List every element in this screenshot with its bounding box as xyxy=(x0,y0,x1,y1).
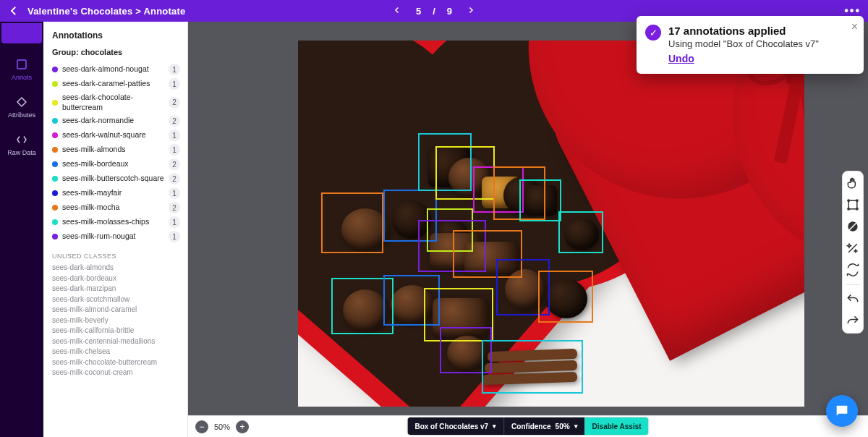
class-count: 1 xyxy=(169,144,180,156)
class-color-dot xyxy=(52,81,58,87)
class-row[interactable]: sees-milk-butterscotch-square 2 xyxy=(52,171,180,186)
unused-class[interactable]: sees-dark-bordeaux xyxy=(52,273,180,284)
group-label: Group: chocolates xyxy=(52,48,180,56)
class-name: sees-milk-bordeaux xyxy=(62,159,164,169)
class-row[interactable]: sees-dark-chocolate-buttercream 2 xyxy=(52,91,180,114)
zoom-in-button[interactable]: + xyxy=(236,420,249,433)
class-name: sees-dark-almond-nougat xyxy=(62,64,164,75)
zoom-controls: − 50% + xyxy=(195,420,249,433)
unused-class[interactable]: sees-milk-coconut-cream xyxy=(52,368,180,378)
class-count: 1 xyxy=(169,216,180,228)
canvas[interactable]: − 50% + Box of Chocolates v7 ▾ Confidenc… xyxy=(188,22,868,437)
class-row[interactable]: sees-milk-bordeaux 2 xyxy=(52,157,180,171)
tool-palette xyxy=(842,171,864,334)
magic-wand-tool[interactable] xyxy=(846,241,860,255)
rail-label: Raw Data xyxy=(7,149,36,156)
svg-rect-1 xyxy=(848,200,857,209)
class-color-dot xyxy=(52,190,58,196)
back-button[interactable] xyxy=(7,4,20,17)
toast-close-button[interactable]: × xyxy=(851,20,858,33)
class-color-dot xyxy=(52,100,58,106)
class-name: sees-dark-caramel-patties xyxy=(62,79,164,89)
annotation-box[interactable] xyxy=(519,179,561,221)
sidebar-title: Annotations xyxy=(52,30,180,41)
class-count: 2 xyxy=(169,115,180,127)
class-color-dot xyxy=(52,132,58,138)
bbox-tool[interactable] xyxy=(846,198,860,212)
repeat-tool[interactable] xyxy=(846,263,860,277)
class-count: 1 xyxy=(169,64,180,75)
class-count: 2 xyxy=(169,97,180,109)
model-assist-bar: Box of Chocolates v7 ▾ Confidence 50% ▾ … xyxy=(407,417,648,435)
class-color-dot xyxy=(52,176,58,182)
toast-undo-link[interactable]: Undo xyxy=(668,53,694,64)
class-row[interactable]: sees-dark-normandie 2 xyxy=(52,114,180,128)
class-count: 2 xyxy=(169,158,180,170)
class-name: sees-dark-walnut-square xyxy=(62,130,164,140)
pager-next[interactable] xyxy=(464,3,478,20)
model-select[interactable]: Box of Chocolates v7 ▾ xyxy=(407,417,503,435)
unused-class[interactable]: sees-dark-almonds xyxy=(52,263,180,273)
class-color-dot xyxy=(52,118,58,124)
model-label: Box of Chocolates v7 xyxy=(414,423,488,430)
class-row[interactable]: sees-dark-almond-nougat 1 xyxy=(52,62,180,77)
svg-rect-0 xyxy=(17,60,26,69)
unused-class[interactable]: sees-milk-almond-caramel xyxy=(52,305,180,315)
undo-button[interactable] xyxy=(846,292,860,307)
class-row[interactable]: sees-milk-mayfair 1 xyxy=(52,186,180,200)
separator xyxy=(846,284,859,285)
class-color-dot xyxy=(52,67,58,72)
annotation-box[interactable] xyxy=(482,340,583,394)
unused-class[interactable]: sees-milk-centennial-medallions xyxy=(52,336,180,347)
image-stage[interactable] xyxy=(298,41,804,407)
class-count: 1 xyxy=(169,231,180,242)
class-row[interactable]: sees-dark-walnut-square 1 xyxy=(52,128,180,143)
pager-total: 9 xyxy=(447,6,452,17)
rail-item-attributes[interactable]: Attributes xyxy=(0,88,43,126)
class-name: sees-dark-chocolate-buttercream xyxy=(62,93,164,112)
check-icon: ✓ xyxy=(645,25,661,41)
unused-class[interactable]: sees-dark-scotchmallow xyxy=(52,294,180,305)
chevron-down-icon: ▾ xyxy=(574,423,578,430)
unused-class[interactable]: sees-dark-marzipan xyxy=(52,284,180,294)
unused-class[interactable]: sees-milk-chocolate-buttercream xyxy=(52,357,180,368)
pager-prev[interactable] xyxy=(390,3,404,20)
pager-current: 5 xyxy=(416,6,421,17)
class-row[interactable]: sees-dark-caramel-patties 1 xyxy=(52,77,180,91)
class-row[interactable]: sees-milk-mocha 2 xyxy=(52,200,180,215)
polygon-tool[interactable] xyxy=(846,219,860,234)
class-row[interactable]: sees-milk-rum-nougat 1 xyxy=(52,229,180,244)
class-row[interactable]: sees-milk-molasses-chips 1 xyxy=(52,215,180,229)
annotation-box[interactable] xyxy=(321,192,383,253)
breadcrumb: Valentine's Chocolates > Annotate xyxy=(27,6,185,17)
annotation-box[interactable] xyxy=(558,211,603,253)
class-count: 2 xyxy=(169,173,180,184)
class-row[interactable]: sees-milk-almonds 1 xyxy=(52,143,180,157)
unused-class[interactable]: sees-milk-beverly xyxy=(52,315,180,326)
class-color-dot xyxy=(52,205,58,211)
sidebar: Annotations Group: chocolates sees-dark-… xyxy=(43,22,188,437)
chat-button[interactable] xyxy=(826,395,858,427)
annotation-box[interactable] xyxy=(538,271,593,323)
confidence-select[interactable]: Confidence 50% ▾ xyxy=(503,417,584,435)
rail-label: Attributes xyxy=(8,111,35,119)
class-count: 1 xyxy=(169,187,180,199)
pan-tool[interactable] xyxy=(846,176,860,190)
disable-assist-button[interactable]: Disable Assist xyxy=(585,417,649,435)
toast-title: 17 annotations applied xyxy=(668,25,854,37)
class-color-dot xyxy=(52,234,58,239)
redo-button[interactable] xyxy=(846,314,860,328)
class-color-dot xyxy=(52,219,58,225)
rail-item-annots[interactable]: Annots xyxy=(0,51,43,88)
unused-class[interactable]: sees-milk-california-brittle xyxy=(52,326,180,336)
zoom-value: 50% xyxy=(214,423,230,431)
left-rail: Annots Attributes Raw Data xyxy=(0,22,43,437)
class-name: sees-milk-mayfair xyxy=(62,188,164,198)
unused-class[interactable]: sees-milk-chelsea xyxy=(52,347,180,357)
class-count: 2 xyxy=(169,202,180,213)
rail-label: Annots xyxy=(12,74,32,81)
assist-label: Disable Assist xyxy=(592,423,642,430)
rail-item-rawdata[interactable]: Raw Data xyxy=(0,126,43,164)
zoom-out-button[interactable]: − xyxy=(195,420,208,433)
confidence-label: Confidence xyxy=(511,423,550,430)
